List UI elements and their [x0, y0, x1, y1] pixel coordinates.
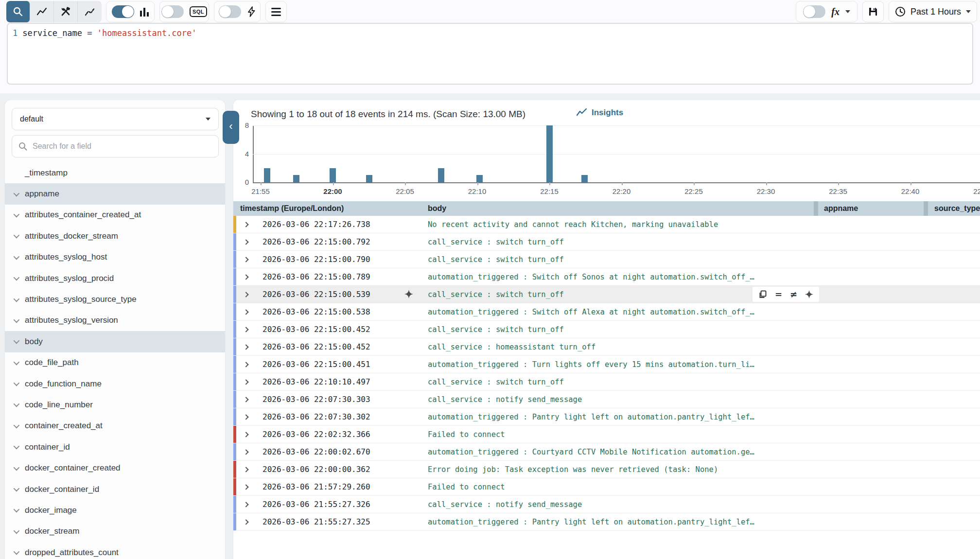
- log-row[interactable]: 2026-03-06 22:15:00.790 call_service : s…: [233, 251, 980, 268]
- filter-equals-icon[interactable]: =: [775, 289, 782, 299]
- field-list-item[interactable]: attributes_docker_stream: [5, 226, 225, 246]
- live-toggle[interactable]: [219, 5, 241, 18]
- log-row[interactable]: 2026-03-06 22:15:00.792 call_service : s…: [233, 233, 980, 251]
- trend-view-button[interactable]: [30, 1, 54, 22]
- log-row[interactable]: 2026-03-06 22:07:30.303 call_service : n…: [233, 391, 980, 408]
- search-view-button[interactable]: [6, 1, 30, 22]
- chevron-down-icon[interactable]: [14, 296, 20, 302]
- chevron-down-icon[interactable]: [14, 190, 20, 196]
- col-timestamp[interactable]: timestamp (Europe/London): [240, 201, 344, 216]
- field-list-item[interactable]: attributes_syslog_procid: [5, 268, 225, 289]
- field-list-item[interactable]: code_file_path: [5, 352, 225, 373]
- insights-button[interactable]: Insights: [577, 108, 623, 118]
- chevron-down-icon[interactable]: [14, 401, 20, 407]
- field-search-input[interactable]: [33, 142, 212, 151]
- save-button[interactable]: [862, 1, 884, 22]
- expand-chevron-icon[interactable]: [243, 467, 248, 472]
- log-row[interactable]: 2026-03-06 22:15:00.538 automation_trigg…: [233, 303, 980, 321]
- column-resize-handle[interactable]: [924, 201, 928, 216]
- field-list-item[interactable]: docker_container_id: [5, 479, 225, 500]
- field-list-item[interactable]: attributes_syslog_version: [5, 310, 225, 331]
- field-list-item[interactable]: container_id: [5, 437, 225, 457]
- pattern-view-button[interactable]: [78, 1, 102, 22]
- expand-chevron-icon[interactable]: [243, 309, 248, 314]
- expand-chevron-icon[interactable]: [243, 414, 248, 419]
- sparkle-icon[interactable]: [805, 290, 813, 298]
- copy-icon[interactable]: [758, 290, 767, 299]
- field-list-item[interactable]: appname: [5, 183, 225, 204]
- log-row[interactable]: 2026-03-06 22:00:02.670 automation_trigg…: [233, 443, 980, 461]
- chevron-down-icon[interactable]: [14, 211, 20, 218]
- chevron-down-icon[interactable]: [14, 317, 20, 323]
- expand-chevron-icon[interactable]: [243, 292, 248, 297]
- expand-chevron-icon[interactable]: [243, 397, 248, 402]
- log-row[interactable]: 2026-03-06 22:00:00.362 Error doing job:…: [233, 461, 980, 478]
- tools-view-button[interactable]: [54, 1, 78, 22]
- expand-chevron-icon[interactable]: [243, 222, 248, 227]
- field-list-item[interactable]: code_line_number: [5, 394, 225, 415]
- field-list-item[interactable]: docker_container_created: [5, 457, 225, 478]
- expand-chevron-icon[interactable]: [243, 344, 248, 349]
- expand-chevron-icon[interactable]: [243, 519, 248, 524]
- column-resize-handle[interactable]: [814, 201, 818, 216]
- col-body[interactable]: body: [428, 201, 446, 216]
- field-list-item[interactable]: docker_image: [5, 500, 225, 521]
- chevron-down-icon[interactable]: [14, 507, 20, 513]
- histogram-plot[interactable]: 04821:5522:0022:0522:1022:1522:2022:2522…: [233, 125, 980, 182]
- fx-toggle[interactable]: [803, 5, 825, 18]
- log-row[interactable]: 2026-03-06 22:15:00.539 call_service : s…: [233, 286, 980, 303]
- field-list-item[interactable]: attributes_container_created_at: [5, 205, 225, 226]
- field-list-item[interactable]: dropped_attributes_count: [5, 542, 225, 559]
- log-row[interactable]: 2026-03-06 22:15:00.452 call_service : h…: [233, 338, 980, 356]
- log-row[interactable]: 2026-03-06 22:02:32.366 Failed to connec…: [233, 426, 980, 443]
- field-list-item[interactable]: body: [5, 331, 225, 352]
- chevron-down-icon[interactable]: [14, 275, 20, 281]
- log-row[interactable]: 2026-03-06 21:57:29.260 Failed to connec…: [233, 478, 980, 496]
- log-row[interactable]: 2026-03-06 22:07:30.302 automation_trigg…: [233, 408, 980, 426]
- chevron-down-icon[interactable]: [14, 422, 20, 429]
- menu-button[interactable]: [265, 1, 287, 22]
- field-list-item[interactable]: _timestamp: [5, 162, 225, 183]
- expand-chevron-icon[interactable]: [243, 239, 248, 245]
- filter-not-equals-icon[interactable]: ≠: [790, 289, 797, 299]
- time-range-picker[interactable]: Past 1 Hours: [889, 1, 977, 22]
- log-row[interactable]: 2026-03-06 22:15:00.451 automation_trigg…: [233, 356, 980, 373]
- field-list-item[interactable]: attributes_syslog_source_type: [5, 289, 225, 310]
- expand-chevron-icon[interactable]: [243, 327, 248, 332]
- chevron-down-icon[interactable]: [14, 464, 20, 471]
- chevron-down-icon[interactable]: [14, 359, 20, 365]
- expand-chevron-icon[interactable]: [243, 484, 248, 489]
- view-selector[interactable]: default: [12, 108, 219, 130]
- chevron-down-icon[interactable]: [845, 10, 850, 13]
- log-row[interactable]: 2026-03-06 22:17:26.738 No recent activi…: [233, 216, 980, 233]
- expand-chevron-icon[interactable]: [243, 274, 248, 280]
- log-row[interactable]: 2026-03-06 22:15:00.452 call_service : s…: [233, 321, 980, 338]
- sql-toggle[interactable]: [161, 5, 184, 18]
- expand-chevron-icon[interactable]: [243, 257, 248, 262]
- chevron-down-icon[interactable]: [14, 232, 20, 239]
- log-row[interactable]: 2026-03-06 22:15:00.789 automation_trigg…: [233, 268, 980, 286]
- chevron-down-icon[interactable]: [14, 338, 20, 344]
- expand-chevron-icon[interactable]: [243, 379, 248, 384]
- field-list-item[interactable]: code_function_name: [5, 373, 225, 394]
- field-list-item[interactable]: attributes_syslog_host: [5, 247, 225, 268]
- expand-chevron-icon[interactable]: [243, 502, 248, 507]
- chevron-down-icon[interactable]: [14, 380, 20, 386]
- chevron-down-icon[interactable]: [14, 253, 20, 260]
- chevron-down-icon[interactable]: [14, 549, 20, 555]
- chevron-down-icon[interactable]: [14, 443, 20, 450]
- histogram-toggle[interactable]: [112, 5, 134, 18]
- collapse-sidebar-button[interactable]: ‹: [223, 111, 239, 144]
- chevron-down-icon[interactable]: [14, 486, 20, 492]
- col-source-type[interactable]: source_type: [934, 201, 980, 216]
- expand-chevron-icon[interactable]: [243, 449, 248, 454]
- log-row[interactable]: 2026-03-06 22:10:10.497 call_service : s…: [233, 373, 980, 391]
- chevron-down-icon[interactable]: [14, 528, 20, 534]
- log-row[interactable]: 2026-03-06 21:55:27.325 automation_trigg…: [233, 513, 980, 531]
- expand-chevron-icon[interactable]: [243, 432, 248, 437]
- field-list-item[interactable]: docker_stream: [5, 521, 225, 542]
- field-list-item[interactable]: container_created_at: [5, 416, 225, 437]
- col-appname[interactable]: appname: [824, 201, 858, 216]
- log-row[interactable]: 2026-03-06 21:55:27.326 call_service : n…: [233, 496, 980, 513]
- query-editor[interactable]: 1service_name = 'homeassistant.core': [7, 23, 973, 85]
